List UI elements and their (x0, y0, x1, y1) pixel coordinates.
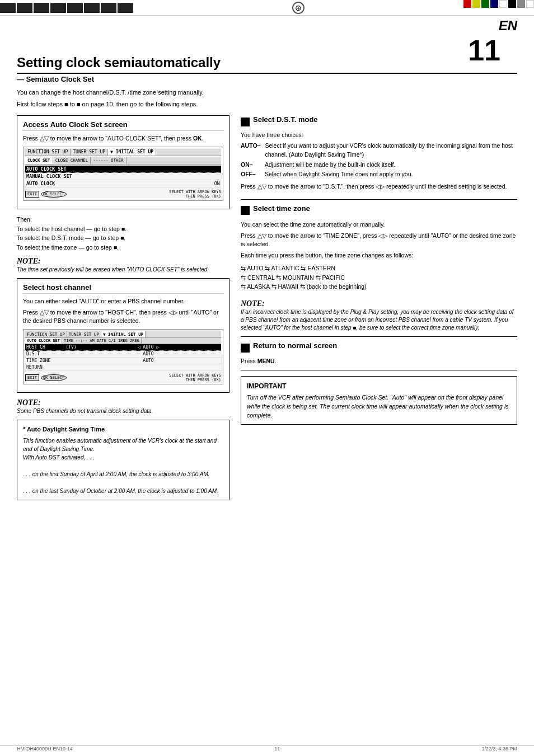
deco-block-1 (0, 3, 16, 13)
then-intro: Then; (17, 215, 229, 224)
exit-btn2[interactable]: EXIT (25, 374, 39, 381)
intro-line2: First follow steps ■ to ■ on page 10, th… (17, 100, 517, 109)
ok-btn[interactable]: OK SELECT (41, 191, 67, 198)
access-section-box: Access Auto Clock Set screen Press △▽ to… (17, 115, 229, 209)
subtab-other: ------ OTHER (91, 157, 126, 164)
dst-icon-block (241, 118, 250, 126)
deco-block-6 (84, 3, 100, 13)
tz-row-3: ⇆ ALASKA ⇆ HAWAII ⇆ (back to the beginni… (241, 282, 517, 292)
deco-sq-gray (517, 0, 525, 8)
note2-title: NOTE: (17, 398, 229, 407)
top-bar: ⊕ (0, 0, 534, 16)
copyright-symbol: ⊕ (292, 2, 305, 14)
screen1-mockup: FUNCTION SET UP TUNER SET UP ▼ INITIAL S… (23, 147, 223, 201)
host-text1: You can either select "AUTO" or enter a … (23, 297, 223, 306)
auto-dst-line2: With Auto DST activated, . . . (23, 453, 223, 462)
tz-row-1: ⇆ AUTO ⇆ ATLANTIC ⇆ EASTERN (241, 264, 517, 273)
tz-section: Select time zone You can select the time… (241, 204, 517, 292)
note1-title: NOTE: (17, 257, 229, 266)
screen2-bottom: EXIT OK SELECT SELECT WITH ARROW KEYSTHE… (25, 373, 221, 382)
deco-sq-white (499, 0, 507, 8)
dst-auto-mode: AUTO– (241, 142, 260, 159)
tz-title: Select time zone (253, 204, 310, 214)
dst-off-mode: OFF– (241, 170, 260, 179)
return-section-header: Return to normal screen (241, 341, 517, 354)
access-section-title: Access Auto Clock Set screen (23, 120, 223, 131)
screen2-instruction: SELECT WITH ARROW KEYSTHEN PRESS (OK) (169, 373, 221, 382)
screen1-row-auto-clock: AUTO CLOCK ON (25, 180, 221, 187)
dst-instruction: Press △▽ to move the arrow to "D.S.T.", … (241, 182, 517, 191)
tz-list: ⇆ AUTO ⇆ ATLANTIC ⇆ EASTERN ⇆ CENTRAL ⇆ … (241, 264, 517, 292)
then-step3: To select the time zone — go to step ■. (17, 243, 229, 252)
return-icon-block (241, 344, 250, 353)
note1-text: The time set previously will be erased w… (17, 266, 229, 274)
page-subtitle: — Semiauto Clock Set (17, 75, 517, 83)
deco-sq-blue (490, 0, 498, 8)
deco-block-3 (34, 3, 49, 13)
important-box: IMPORTANT Turn off the VCR after perform… (241, 376, 517, 425)
deco-block-5 (67, 3, 83, 13)
dst-on-row: ON– Adjustment will be made by the built… (241, 161, 517, 170)
footer-left: HM-DH40000U-EN10-14 (17, 746, 73, 752)
note1-box: NOTE: The time set previously will be er… (17, 257, 229, 274)
then-step2: To select the D.S.T. mode — go to step ■… (17, 233, 229, 243)
deco-sq-yellow (472, 0, 480, 8)
deco-block-8 (118, 3, 133, 13)
divider1 (241, 199, 517, 200)
tz-text1: You can select the time zone automatical… (241, 220, 517, 229)
note2-box: NOTE: Some PBS channels do not transmit … (17, 398, 229, 415)
note3-box: NOTE: If an incorrect clock time is disp… (241, 299, 517, 332)
tz-text2: Press △▽ to move the arrow to "TIME ZONE… (241, 232, 517, 250)
return-text: Press MENU. (241, 358, 517, 364)
main-content: Setting clock semiautomatically — Semiau… (0, 16, 534, 517)
divider3 (241, 370, 517, 370)
dst-intro: You have three choices: (241, 132, 517, 138)
screen1-sub-tabs: CLOCK SET CLOSE CHANNEL ------ OTHER (25, 157, 221, 165)
screen2-row-timezone: TIME ZONE AUTO (25, 358, 221, 364)
return-section: Return to normal screen Press MENU. (241, 341, 517, 364)
screen1-instruction: SELECT WITH ARROW KEYSTHEN PRESS (OK) (169, 190, 221, 199)
host-channel-title: Select host channel (23, 283, 223, 294)
s2-subtab-time: TIME --:-- AM DATE 1/1 1REG 2REG (62, 338, 142, 344)
dst-title: Select D.S.T. mode (253, 115, 318, 125)
footer: HM-DH40000U-EN10-14 11 1/22/3, 4:36 PM (0, 745, 534, 752)
screen1-row-manual-clock-set: MANUAL CLOCK SET (25, 173, 221, 180)
then-steps: Then; To select the host channel — go to… (17, 215, 229, 252)
screen2-mockup: FUNCTION SET UP TUNER SET UP ▼ INITIAL S… (23, 329, 223, 384)
tab-function-set-up: FUNCTION SET UP (25, 149, 71, 156)
intro-line1: You can change the host channel/D.S.T. /… (17, 88, 517, 97)
right-column: Select D.S.T. mode You have three choice… (241, 115, 517, 500)
dst-auto-desc: Select if you want to adjust your VCR's … (265, 142, 517, 159)
auto-dst-line3: . . . on the first Sunday of April at 2:… (23, 470, 223, 478)
host-text2: Press △▽ to move the arrow to "HOST CH",… (23, 308, 223, 326)
s2-subtab-auto: AUTO CLOCK SET (25, 338, 62, 344)
ok-btn2[interactable]: OK SELECT (41, 374, 67, 381)
auto-dst-title: * Auto Daylight Saving Time (23, 425, 223, 434)
screen2-tab-row: FUNCTION SET UP TUNER SET UP ▼ INITIAL S… (25, 331, 221, 338)
top-bar-right-decoration (463, 0, 534, 15)
footer-center: 11 (274, 746, 280, 752)
tab-initial-set-up: ▼ INITIAL SET UP (108, 149, 156, 156)
s2-tab-initial: ▼ INITIAL SET UP (101, 331, 146, 337)
deco-sq-green (481, 0, 489, 8)
tz-text3: Each time you press the button, the time… (241, 251, 517, 260)
note3-text: If an incorrect clock time is displayed … (241, 308, 517, 332)
host-channel-text: You can either select "AUTO" or enter a … (23, 297, 223, 326)
page-title: Setting clock semiautomatically (17, 55, 517, 74)
dst-table: AUTO– Select if you want to adjust your … (241, 142, 517, 179)
tz-section-header: Select time zone (241, 204, 517, 217)
divider2 (241, 336, 517, 337)
dst-off-desc: Select when Daylight Saving Time does no… (265, 170, 517, 179)
important-title: IMPORTANT (247, 381, 511, 391)
auto-dst-line1: This function enables automatic adjustme… (23, 436, 223, 453)
dst-section-header: Select D.S.T. mode (241, 115, 517, 128)
exit-btn[interactable]: EXIT (25, 191, 39, 198)
page-intro: You can change the host channel/D.S.T. /… (17, 88, 517, 109)
s2-tab-function: FUNCTION SET UP (25, 331, 67, 337)
dst-on-mode: ON– (241, 161, 260, 170)
access-instruction: Press △▽ to move the arrow to "AUTO CLOC… (23, 134, 223, 143)
screen2-row-dst: D.S.T AUTO (25, 351, 221, 358)
deco-block-4 (50, 3, 66, 13)
footer-right: 1/22/3, 4:36 PM (481, 746, 517, 752)
note2-text: Some PBS channels do not transmit clock … (17, 407, 229, 415)
